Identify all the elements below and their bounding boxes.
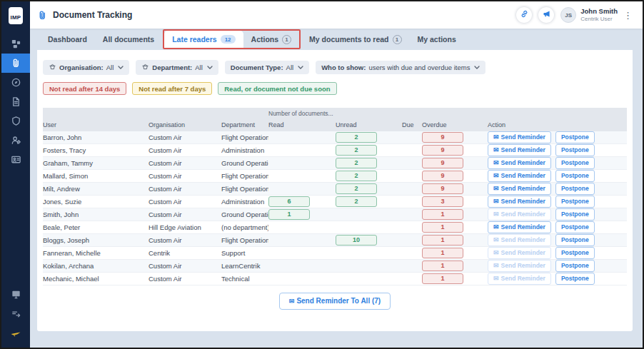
tab-all-documents[interactable]: All documents [95, 29, 162, 50]
overdue-count-badge: 1 [422, 222, 463, 233]
cell-overdue: 9 [422, 145, 488, 156]
cell-unread: 2 [336, 183, 402, 195]
tab-late-readers[interactable]: Late readers12 [164, 31, 243, 48]
tab-label: Dashboard [48, 35, 87, 44]
send-reminder-label: Send Reminder [501, 223, 545, 232]
tab-my-documents-to-read[interactable]: My documents to read1 [301, 29, 409, 50]
cell-action: ✉Send Reminder Postpone [488, 170, 627, 183]
envelope-icon: ✉ [493, 261, 499, 270]
tab-dashboard[interactable]: Dashboard [40, 29, 95, 50]
user-menu[interactable]: JS John Smith Centrik User ⋮ [560, 7, 634, 23]
send-reminder-button[interactable]: ✉Send Reminder [488, 234, 551, 247]
filter-label: Organisation: [59, 64, 104, 71]
cell-department: Ground Operations [221, 159, 268, 167]
send-reminder-button[interactable]: ✉Send Reminder [488, 183, 551, 196]
overdue-count-badge: 9 [422, 158, 463, 169]
sidebar-item[interactable] [1, 304, 30, 323]
tab-my-actions[interactable]: My actions [410, 29, 464, 50]
app-logo[interactable]: IMP [9, 7, 24, 24]
cell-department: LearnCentrik [221, 262, 268, 270]
overdue-count-badge: 9 [422, 145, 463, 156]
cell-action: ✉Send Reminder Postpone [488, 196, 627, 208]
kebab-menu-icon[interactable]: ⋮ [622, 10, 634, 21]
postpone-button[interactable]: Postpone [555, 234, 595, 246]
send-reminder-button[interactable]: ✉Send Reminder [488, 247, 551, 260]
send-reminder-button[interactable]: ✉Send Reminder [488, 260, 551, 273]
filter-label: Who to show: [321, 64, 366, 71]
postpone-button[interactable]: Postpone [555, 131, 595, 143]
send-reminder-label: Send Reminder [501, 275, 545, 283]
tab-actions[interactable]: Actions1 [243, 31, 300, 48]
filter-organisation[interactable]: Organisation:All [43, 60, 129, 75]
postpone-button[interactable]: Postpone [555, 247, 595, 259]
main-area: Document Tracking JS John Smith Centrik … [30, 1, 643, 348]
cell-organisation: Custom Air [149, 146, 221, 154]
table-row: Milt, Andrew Custom Air Flight Operation… [43, 183, 627, 196]
cell-department: Support [221, 249, 268, 257]
paperclip-icon [11, 58, 21, 69]
send-reminder-button[interactable]: ✉Send Reminder [488, 221, 551, 234]
send-reminder-button[interactable]: ✉Send Reminder [488, 131, 551, 144]
sidebar-item[interactable] [1, 92, 30, 111]
send-reminder-button[interactable]: ✉Send Reminder [488, 157, 551, 170]
sidebar-item[interactable] [1, 34, 30, 54]
table-header: UserOrganisationDepartmentReadUnreadDueO… [43, 118, 627, 131]
unread-count-badge: 2 [336, 183, 377, 195]
cell-user: Mallard, Simon [43, 172, 149, 180]
postpone-button[interactable]: Postpone [555, 273, 595, 285]
postpone-button[interactable]: Postpone [555, 183, 595, 195]
column-header-department: Department [221, 121, 268, 128]
send-reminder-button[interactable]: ✉Send Reminder [488, 196, 551, 208]
filter-department[interactable]: Department:All [136, 60, 218, 75]
chevron-down-icon [298, 66, 303, 69]
sidebar-item[interactable] [1, 54, 30, 73]
cell-organisation: Custom Air [149, 133, 221, 141]
postpone-button[interactable]: Postpone [555, 208, 595, 221]
overdue-count-badge: 9 [422, 132, 463, 143]
table-row: Barron, John Custom Air Flight Operation… [43, 131, 627, 144]
cell-read: 1 [268, 209, 336, 221]
column-header-user: User [43, 121, 149, 128]
cell-department: Administration [221, 198, 268, 206]
envelope-icon: ✉ [289, 297, 295, 306]
sidebar-item[interactable] [1, 131, 30, 150]
filter-document-type[interactable]: Document Type:All [225, 61, 309, 74]
postpone-button[interactable]: Postpone [555, 157, 595, 169]
content-card: Organisation:AllDepartment:AllDocument T… [37, 50, 633, 331]
cell-organisation: Custom Air [149, 172, 221, 180]
postpone-button[interactable]: Postpone [555, 170, 595, 182]
sidebar-nav [1, 34, 30, 169]
cell-department: Flight Operations [221, 133, 268, 141]
postpone-button[interactable]: Postpone [555, 221, 595, 233]
overdue-count-badge: 1 [422, 273, 463, 285]
send-reminder-button[interactable]: ✉Send Reminder [488, 144, 551, 157]
sidebar-item[interactable] [1, 73, 30, 92]
sidebar-item[interactable] [1, 150, 30, 169]
postpone-button[interactable]: Postpone [555, 260, 595, 272]
announcements-button[interactable] [538, 7, 554, 23]
link-button[interactable] [516, 7, 532, 23]
send-reminder-button[interactable]: ✉Send Reminder [488, 170, 551, 183]
unread-count-badge: 2 [336, 171, 377, 182]
read-count-badge: 1 [268, 209, 310, 221]
filter-label: Department: [152, 64, 192, 71]
send-reminder-button[interactable]: ✉Send Reminder [488, 208, 551, 221]
cell-organisation: Custom Air [149, 236, 221, 244]
overdue-count-badge: 9 [422, 171, 463, 182]
sidebar-item[interactable] [1, 111, 30, 131]
postpone-button[interactable]: Postpone [555, 144, 595, 156]
cell-overdue: 9 [422, 158, 488, 169]
cell-department: (no department) [221, 223, 268, 231]
tab-label: My actions [418, 35, 456, 44]
avatar: JS [560, 7, 576, 23]
sidebar-item[interactable] [1, 323, 30, 343]
postpone-button[interactable]: Postpone [555, 196, 595, 208]
sidebar-item[interactable] [1, 285, 30, 304]
send-reminder-all-button[interactable]: ✉ Send Reminder To All (7) [279, 293, 391, 310]
send-reminder-button[interactable]: ✉Send Reminder [488, 273, 551, 285]
cell-unread: 2 [336, 145, 402, 156]
filter-who-to-show[interactable]: Who to show:users with due and overdue i… [316, 61, 485, 74]
sidebar: IMP [1, 1, 30, 348]
cell-action: ✉Send Reminder Postpone [488, 247, 627, 260]
tab-label: My documents to read [309, 35, 388, 44]
